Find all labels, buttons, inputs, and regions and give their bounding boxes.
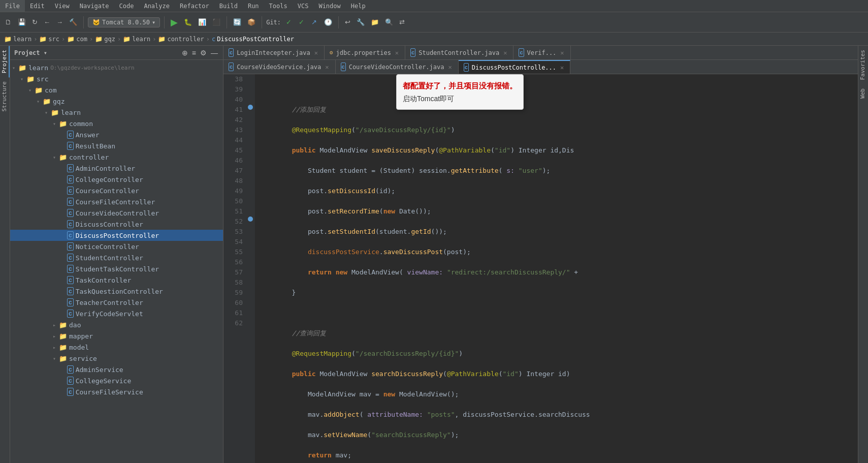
sync-btn[interactable]: ↻ [30,17,40,27]
breadcrumb-learn2[interactable]: learn [132,36,150,43]
menu-item-help[interactable]: Help [346,0,371,12]
tree-item-TeacherController[interactable]: cTeacherController [10,297,223,308]
code-line-49 [260,308,853,318]
tab-jdbc[interactable]: ⚙ jdbc.properties ✕ [325,46,405,59]
menu-item-navigate[interactable]: Navigate [75,0,114,12]
git-push-btn[interactable]: ✓ [297,17,306,27]
tree-item-VerifyCodeServlet[interactable]: cVerifyCodeServlet [10,308,223,319]
tree-item-CollegeController[interactable]: cCollegeController [10,174,223,185]
run-btn[interactable]: ▶ [169,16,180,29]
update-btn[interactable]: 🔄 [231,17,243,27]
tree-item-learn-root[interactable]: 📁learnO:\gqzdev-workspace\learn [10,62,223,73]
tab-coursevideocontroller[interactable]: c CourseVideoController.java ✕ [336,60,459,74]
tree-item-StudentController[interactable]: cStudentController [10,252,223,263]
tree-item-AdminController[interactable]: cAdminController [10,163,223,174]
breadcrumb-com[interactable]: com [76,36,87,43]
stop-btn[interactable]: ⬛ [210,17,222,27]
tree-item-model[interactable]: 📁model [10,342,223,353]
tree-item-service[interactable]: 📁service [10,353,223,364]
menu-item-analyze[interactable]: Analyze [139,0,175,12]
project-side-tab[interactable]: Project [0,46,10,77]
folder-icon-learn-root: 📁 [18,64,26,72]
tree-item-controller[interactable]: 📁controller [10,151,223,163]
breadcrumb-src[interactable]: src [48,36,59,43]
java-icon-VerifyCodeServlet: c [67,310,74,318]
code-line-44: post.setRecordTime(new Date()); [260,206,853,217]
git-commit-btn[interactable]: ✓ [284,17,294,27]
tab-discusspostcontroller[interactable]: c DiscussPostControlle... ✕ [459,60,571,74]
git-area: Git: ✓ ✓ ↗ 🕐 [266,17,334,27]
tree-item-CourseFileController[interactable]: cCourseFileController [10,196,223,207]
code-line-38 [260,84,853,95]
tree-item-CourseController[interactable]: cCourseController [10,185,223,196]
menu-item-vcs[interactable]: VCS [293,0,314,12]
tree-item-mapper[interactable]: 📁mapper [10,330,223,342]
build-btn[interactable]: 🔨 [67,17,79,27]
tree-item-com[interactable]: 📁com [10,84,223,96]
back-btn[interactable]: ← [42,17,52,27]
replace-btn[interactable]: ⇄ [397,17,407,27]
tree-path-learn-root: O:\gqzdev-workspace\learn [50,65,135,71]
tree-item-DiscussPostController[interactable]: cDiscussPostController [10,230,223,241]
tomcat-selector[interactable]: 🐱 Tomcat 8.0.50 ▾ [88,17,160,27]
tree-item-TaskController[interactable]: cTaskController [10,274,223,286]
java-icon-TaskController: c [67,276,74,284]
tree-item-src[interactable]: 📁src [10,73,223,84]
code-area[interactable]: 都配置好了，并且项目没有报错。 启动Tomcat即可 38 39 40 41 4… [223,74,858,463]
menu-item-run[interactable]: Run [243,0,264,12]
tree-item-CourseFileService[interactable]: cCourseFileService [10,386,223,397]
code-content[interactable]: //添加回复 @RequestMapping("/saveDiscussRepl… [255,74,858,463]
search-btn[interactable]: 🔍 [383,17,395,27]
sep4 [262,16,262,28]
structure-side-tab[interactable]: Structure [0,77,10,116]
tree-item-StudentTaskController[interactable]: cStudentTaskController [10,263,223,274]
menu-item-window[interactable]: Window [313,0,345,12]
folder-btn[interactable]: 📁 [369,17,381,27]
menu-item-view[interactable]: View [50,0,75,12]
undo-btn[interactable]: ↩ [343,17,352,27]
tree-label-learn-inner: learn [61,109,81,116]
git-history-btn[interactable]: 🕐 [322,17,334,27]
settings-btn[interactable]: 🔧 [355,17,367,27]
close-sidebar-btn[interactable]: — [210,48,219,58]
sep5 [338,16,339,28]
save-btn[interactable]: 💾 [16,17,28,27]
tree-item-ResultBean[interactable]: cResultBean [10,140,223,151]
tab-verify[interactable]: c Verif... ✕ [513,46,570,59]
menu-item-build[interactable]: Build [214,0,243,12]
breadcrumb-controller[interactable]: controller [167,36,204,43]
tree-item-AdminService[interactable]: cAdminService [10,364,223,375]
new-file-btn[interactable]: 🗋 [3,17,14,27]
tree-item-Answer[interactable]: cAnswer [10,129,223,140]
settings-btn[interactable]: ⚙ [199,48,208,58]
deploy-btn[interactable]: 📦 [245,17,258,27]
tab-coursevideoservice[interactable]: c CourseVideoService.java ✕ [223,60,336,74]
tree-item-dao[interactable]: 📁dao [10,319,223,330]
tree-item-gqz[interactable]: 📁gqz [10,96,223,107]
tab-studentcontroller[interactable]: c StudentController.java ✕ [405,46,513,59]
menu-item-refactor[interactable]: Refactor [175,0,214,12]
tree-item-TaskQuestionController[interactable]: cTaskQuestionController [10,286,223,297]
menu-item-file[interactable]: File [0,0,25,12]
favorites-tab[interactable]: Favorites [858,46,868,84]
web-tab[interactable]: Web [858,84,868,103]
menu-item-code[interactable]: Code [114,0,139,12]
breadcrumb-file[interactable]: DiscussPostController [217,36,294,43]
forward-btn[interactable]: → [54,17,65,27]
locate-btn[interactable]: ⊕ [181,48,189,58]
breadcrumb-gqz[interactable]: gqz [104,36,115,43]
tree-item-CollegeService[interactable]: cCollegeService [10,375,223,386]
debug-btn[interactable]: 🐛 [182,17,194,27]
tree-item-NoticeController[interactable]: cNoticeController [10,241,223,252]
profile-btn[interactable]: 📊 [196,17,208,27]
tree-item-CourseVideoController[interactable]: cCourseVideoController [10,207,223,219]
collapse-btn[interactable]: ≡ [191,48,197,58]
menu-item-tools[interactable]: Tools [264,0,293,12]
tree-item-learn-inner[interactable]: 📁learn [10,107,223,118]
breadcrumb-learn[interactable]: learn [13,36,31,43]
tree-item-common[interactable]: 📁common [10,118,223,129]
tree-item-DiscussController[interactable]: cDiscussController [10,219,223,230]
git-update-btn[interactable]: ↗ [309,17,319,27]
menu-item-edit[interactable]: Edit [25,0,50,12]
tab-loginintercepter[interactable]: c LoginIntecepter.java ✕ [223,46,325,59]
